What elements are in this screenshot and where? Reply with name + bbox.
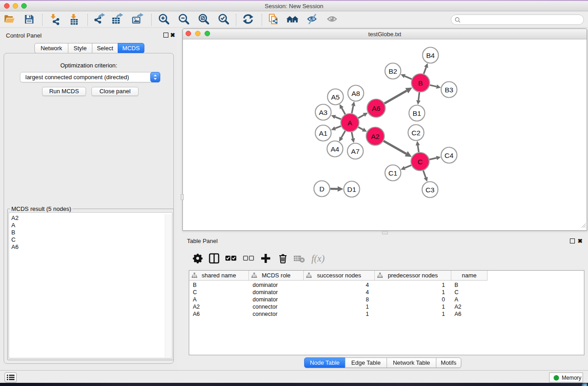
graph-node-A2[interactable]: A2 [366, 127, 384, 145]
network-canvas[interactable]: B4 B2 B B3 A5 A8 A6 A3 B1 A C2 A1 A2 [183, 40, 587, 230]
table-cell[interactable]: connector [249, 303, 304, 310]
delete-table-icon[interactable] [293, 253, 306, 266]
table-cell[interactable]: dominator [249, 296, 304, 303]
control-panel-float-icon[interactable] [163, 33, 168, 38]
table-panel-close-icon[interactable]: ✖ [578, 238, 583, 243]
control-tab-style[interactable]: Style [68, 43, 92, 53]
graph-edge-B-B2[interactable] [401, 74, 412, 79]
table-tab-edge-table[interactable]: Edge Table [345, 357, 387, 368]
table-cell[interactable]: 1 [375, 289, 451, 296]
graph-node-A8[interactable]: A8 [348, 86, 364, 101]
open-file-icon[interactable] [4, 13, 17, 27]
graph-edge-B-B4[interactable] [424, 63, 428, 74]
graph-edge-A-A7[interactable] [351, 132, 355, 143]
table-cell[interactable]: B [189, 281, 249, 289]
table-cell[interactable]: B [451, 281, 488, 289]
graph-node-B3[interactable]: B3 [441, 82, 457, 98]
mcds-result-item[interactable]: A6 [9, 243, 166, 251]
table-cell[interactable]: 8 [304, 296, 375, 303]
function-builder-icon[interactable]: f(x) [311, 253, 323, 266]
table-cell[interactable]: connector [249, 310, 304, 318]
graph-node-B1[interactable]: B1 [409, 105, 425, 121]
graph-node-A3[interactable]: A3 [316, 105, 331, 120]
column-layout-icon[interactable] [208, 253, 221, 266]
mcds-result-list[interactable]: A2ABCA6 [9, 212, 172, 358]
graph-edge-C-C4[interactable] [430, 156, 441, 160]
table-cell[interactable]: A2 [189, 303, 249, 310]
graph-edge-A-A3[interactable] [331, 115, 341, 119]
task-history-button[interactable] [5, 372, 17, 382]
horizontal-splitter-handle[interactable] [382, 231, 388, 234]
graph-node-A4[interactable]: A4 [327, 141, 343, 157]
table-panel-float-icon[interactable] [570, 238, 575, 243]
duplicate-network-icon[interactable] [268, 13, 281, 27]
graph-node-A6[interactable]: A6 [367, 99, 385, 117]
result-list-scrollbar[interactable] [165, 214, 172, 357]
table-cell[interactable]: A [189, 296, 249, 303]
gear-icon[interactable] [192, 253, 205, 266]
table-cell[interactable]: dominator [249, 289, 304, 296]
export-table-icon[interactable] [111, 13, 125, 27]
refresh-layout-icon[interactable] [242, 13, 256, 27]
column-header-successor-nodes[interactable]: successor nodes [304, 271, 375, 280]
graph-edge-A-A1[interactable] [331, 126, 341, 131]
mcds-result-item[interactable]: B [9, 229, 166, 236]
zoom-in-icon[interactable] [158, 13, 171, 27]
vertical-splitter-handle[interactable] [181, 194, 184, 200]
graph-node-A7[interactable]: A7 [348, 143, 363, 159]
table-cell[interactable]: A [451, 296, 488, 303]
window-resize-grip[interactable] [580, 222, 586, 230]
graph-edge-A-A4[interactable] [339, 131, 345, 142]
deselect-all-icon[interactable] [243, 253, 255, 266]
graph-node-B[interactable]: B [411, 74, 430, 92]
table-row-B[interactable]: Bdominator41B [189, 281, 584, 289]
graph-node-C[interactable]: C [411, 152, 429, 171]
graph-node-D[interactable]: D [314, 181, 330, 197]
graph-node-C2[interactable]: C2 [408, 125, 424, 141]
save-session-icon[interactable] [23, 13, 37, 27]
table-cell[interactable]: dominator [249, 281, 304, 289]
table-row-A2[interactable]: A2connector11A2 [189, 303, 584, 310]
control-panel-close-icon[interactable]: ✖ [170, 33, 175, 38]
network-window-titlebar[interactable]: testGlobe.txt [183, 29, 587, 39]
graph-edge-B-B3[interactable] [430, 85, 441, 89]
hide-selected-icon[interactable] [307, 13, 320, 27]
graph-node-C4[interactable]: C4 [441, 148, 457, 163]
control-tab-select[interactable]: Select [92, 43, 118, 53]
delete-column-icon[interactable] [277, 253, 290, 266]
table-cell[interactable]: 4 [304, 289, 375, 296]
search-input[interactable] [462, 15, 580, 24]
graph-edge-A-A2[interactable] [359, 127, 367, 132]
column-header-predecessor-nodes[interactable]: predecessor nodes [375, 271, 451, 280]
graph-node-A5[interactable]: A5 [328, 89, 344, 105]
table-cell[interactable]: 4 [304, 281, 375, 289]
table-row-C[interactable]: Cdominator41C [189, 289, 584, 296]
zoom-out-icon[interactable] [177, 13, 191, 27]
control-tab-mcds[interactable]: MCDS [118, 43, 144, 53]
table-cell[interactable]: 1 [375, 310, 451, 318]
show-all-icon[interactable] [327, 13, 340, 27]
export-image-icon[interactable] [131, 13, 145, 27]
graph-edge-A6-B[interactable] [384, 87, 412, 103]
mcds-result-item[interactable]: A2 [9, 214, 166, 222]
control-tab-network[interactable]: Network [34, 43, 68, 53]
graph-node-C1[interactable]: C1 [385, 165, 401, 181]
graph-edge-C-C1[interactable] [401, 165, 411, 170]
table-cell[interactable]: C [451, 289, 488, 296]
graph-node-B4[interactable]: B4 [423, 48, 439, 63]
zoom-selected-icon[interactable] [217, 13, 231, 27]
graph-node-D1[interactable]: D1 [344, 181, 360, 197]
export-network-icon[interactable] [93, 13, 107, 27]
table-cell[interactable]: 1 [304, 303, 375, 310]
table-cell[interactable]: A6 [189, 310, 249, 318]
column-header-name[interactable]: name [451, 271, 488, 280]
graph-edge-C-C3[interactable] [423, 171, 428, 182]
close-panel-button[interactable]: Close panel [91, 87, 139, 96]
column-header-MCDS-role[interactable]: MCDS role [249, 271, 304, 280]
table-row-A6[interactable]: A6connector11A6 [189, 310, 584, 318]
search-box[interactable] [451, 14, 584, 25]
add-column-icon[interactable] [260, 253, 272, 266]
table-cell[interactable]: C [189, 289, 249, 296]
select-all-icon[interactable] [225, 253, 238, 266]
import-table-icon[interactable] [68, 13, 82, 27]
